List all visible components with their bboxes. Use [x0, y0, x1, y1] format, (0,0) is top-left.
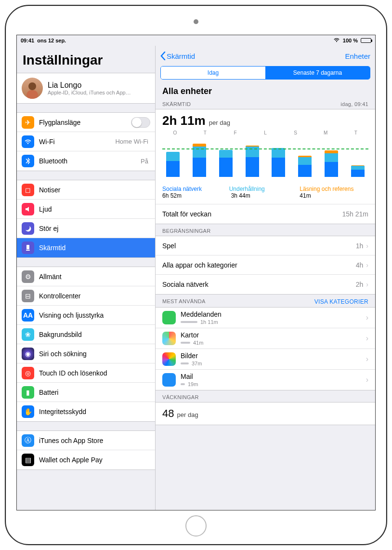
app-icon: [162, 311, 176, 324]
limit-row[interactable]: Alla appar och kategorier4h›: [156, 255, 375, 275]
battery-pct: 100 %: [343, 38, 358, 43]
screentime-header: SKÄRMTID: [162, 101, 191, 107]
sidebar-item-dnd[interactable]: Stör ej: [17, 219, 155, 238]
chevron-right-icon: ›: [366, 376, 368, 384]
bluetooth-icon: [22, 155, 34, 167]
touchid-icon: ◎: [22, 367, 34, 379]
svg-rect-3: [26, 250, 30, 251]
app-icon: [162, 373, 176, 387]
gear-icon: ⚙: [22, 270, 34, 283]
app-row[interactable]: Bilder37m›: [156, 349, 375, 370]
profile-name: Lia Longo: [48, 81, 131, 90]
status-bar: 09:41 ons 12 sep. 100 %: [17, 35, 375, 46]
seg-week[interactable]: Senaste 7 dagarna: [265, 67, 370, 79]
seg-today[interactable]: Idag: [161, 67, 265, 79]
devices-button[interactable]: Enheter: [345, 52, 370, 60]
sidebar-item-batteri[interactable]: ▮Batteri: [17, 383, 155, 402]
limits-header: BEGRÄNSNINGAR: [162, 228, 210, 234]
sidebar-item-itunes[interactable]: ⒶiTunes och App Store: [17, 431, 155, 450]
sidebar-item-visning[interactable]: AAVisning och ljusstyrka: [17, 306, 155, 325]
home-button[interactable]: [185, 515, 207, 537]
app-icon: [162, 332, 176, 345]
profile-sub: Apple-ID, iCloud, iTunes och App…: [48, 90, 131, 95]
svg-rect-1: [26, 90, 38, 99]
sidebar-item-integritet[interactable]: ✋Integritetsskydd: [17, 402, 155, 421]
chevron-left-icon: [160, 52, 166, 60]
airplane-icon: ✈: [22, 116, 34, 129]
sidebar-item-notiser[interactable]: ◻ Notiser: [17, 180, 155, 200]
total-row: Totalt för veckan 15h 21m: [156, 204, 375, 224]
chart-legend: Sociala nätverk6h 52m Underhållning3h 44…: [156, 183, 375, 204]
wake-count: 48 per dag: [156, 402, 375, 425]
bt-value: På: [141, 158, 148, 165]
sidebar-item-ljud[interactable]: Ljud: [17, 200, 155, 219]
app-icon: [162, 352, 176, 366]
sidebar-item-airplane[interactable]: ✈ Flygplansläge: [17, 113, 155, 132]
segmented-control[interactable]: Idag Senaste 7 dagarna: [160, 66, 370, 80]
screentime-card: 2h 11m per dag OTFLSMT Sociala nätverk6h…: [156, 109, 375, 224]
battery-row-icon: ▮: [22, 386, 34, 399]
mostused-header: MEST ANVÄNDA: [162, 298, 206, 305]
controlcenter-icon: ⊟: [22, 290, 34, 302]
detail-pane: Skärmtid Enheter Idag Senaste 7 dagarna …: [156, 46, 375, 510]
sidebar-item-allmant[interactable]: ⚙Allmänt: [17, 267, 155, 286]
chevron-right-icon: ›: [366, 334, 368, 343]
sidebar-item-skarmtid[interactable]: Skärmtid: [17, 238, 155, 257]
sidebar-item-siri[interactable]: ◉Siri och sökning: [17, 344, 155, 363]
app-row[interactable]: Mail19m›: [156, 370, 375, 390]
appstore-icon: Ⓐ: [22, 434, 34, 447]
profile-row[interactable]: Lia Longo Apple-ID, iCloud, iTunes och A…: [17, 73, 155, 103]
wake-header: VÄCKNINGAR: [162, 394, 199, 400]
header-time: idag, 09:41: [340, 101, 368, 107]
limit-row[interactable]: Spel1h›: [156, 236, 375, 255]
sidebar-item-kontroll[interactable]: ⊟Kontrollcenter: [17, 286, 155, 306]
wallet-icon: ▤: [22, 454, 34, 466]
device-camera: [194, 19, 198, 24]
status-time: 09:41: [21, 38, 34, 43]
wifi-value: Home Wi-Fi: [115, 138, 148, 145]
limit-row[interactable]: Sociala nätverk2h›: [156, 275, 375, 294]
chevron-right-icon: ›: [366, 242, 368, 250]
sidebar-item-wifi[interactable]: Wi-Fi Home Wi-Fi: [17, 132, 155, 151]
avg-time: 2h 11m per dag: [162, 113, 368, 128]
wifi-icon: [333, 37, 340, 44]
screentime-icon: [22, 241, 34, 254]
chevron-right-icon: ›: [366, 261, 368, 269]
wifi-settings-icon: [22, 135, 34, 148]
app-row[interactable]: Meddelanden1h 11m›: [156, 308, 375, 328]
sidebar-item-bakgrund[interactable]: ❀Bakgrundsbild: [17, 325, 155, 344]
app-row[interactable]: Kartor41m›: [156, 328, 375, 349]
wallpaper-icon: ❀: [22, 328, 34, 341]
settings-sidebar: Inställningar Lia Longo Apple-ID, iCloud…: [17, 46, 156, 510]
svg-rect-2: [26, 245, 29, 249]
sidebar-item-wallet[interactable]: ▤Wallet och Apple Pay: [17, 450, 155, 470]
chevron-right-icon: ›: [366, 281, 368, 288]
sidebar-item-touchid[interactable]: ◎Touch ID och lösenkod: [17, 363, 155, 383]
dnd-icon: [22, 222, 34, 235]
airplane-toggle[interactable]: [131, 117, 150, 128]
screentime-chart: [162, 135, 368, 179]
notifications-icon: ◻: [22, 184, 34, 196]
detail-title: Alla enheter: [156, 83, 375, 97]
battery-icon: [361, 38, 371, 43]
avatar: [22, 78, 43, 99]
sidebar-title: Inställningar: [17, 46, 155, 73]
sidebar-item-bluetooth[interactable]: Bluetooth På: [17, 151, 155, 171]
chevron-right-icon: ›: [366, 313, 368, 322]
privacy-icon: ✋: [22, 405, 34, 418]
apps-card: Meddelanden1h 11m›Kartor41m›Bilder37m›Ma…: [156, 307, 375, 390]
sound-icon: [22, 203, 34, 215]
back-button[interactable]: Skärmtid: [160, 52, 195, 60]
status-date: ons 12 sep.: [37, 38, 66, 43]
display-icon: AA: [22, 309, 34, 322]
siri-icon: ◉: [22, 348, 34, 360]
svg-point-0: [28, 82, 36, 90]
limits-card: Spel1h›Alla appar och kategorier4h›Socia…: [156, 236, 375, 295]
chevron-right-icon: ›: [366, 355, 368, 363]
show-categories-link[interactable]: VISA KATEGORIER: [314, 298, 368, 305]
